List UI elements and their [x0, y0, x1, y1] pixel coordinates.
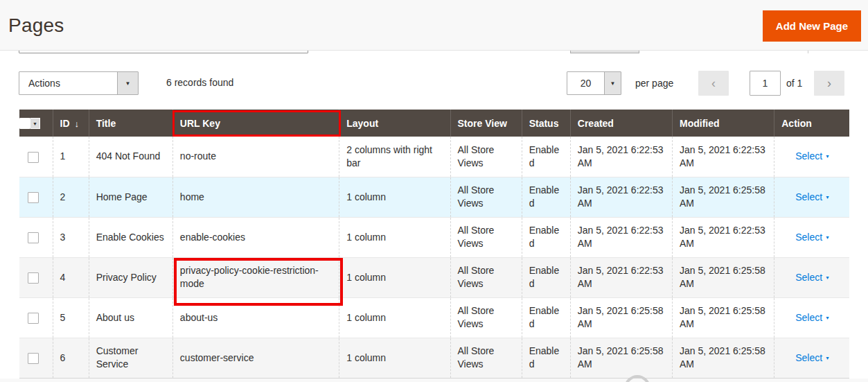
- row-checkbox[interactable]: [28, 152, 39, 163]
- store-view-cell: All Store Views: [450, 338, 522, 378]
- page-title: Pages: [8, 15, 64, 37]
- select-action-link[interactable]: Select▼: [795, 352, 830, 363]
- chevron-down-icon: ▼: [825, 154, 830, 159]
- column-header-layout[interactable]: Layout: [339, 110, 450, 137]
- actions-dropdown[interactable]: Actions ▼: [19, 71, 139, 95]
- status-cell: Enabled: [522, 177, 570, 217]
- id-cell: 4: [53, 257, 89, 297]
- sort-descending-icon: ↓: [75, 119, 80, 129]
- url-key-cell: no-route: [172, 137, 339, 177]
- action-cell: Select▼: [774, 338, 849, 378]
- chevron-down-icon: ▼: [825, 356, 830, 361]
- page-size-value: 20: [567, 72, 604, 94]
- chevron-down-icon: ▼: [825, 275, 830, 280]
- add-new-page-button[interactable]: Add New Page: [763, 10, 861, 42]
- row-checkbox[interactable]: [28, 192, 39, 203]
- row-checkbox[interactable]: [28, 313, 39, 324]
- page-size-caret-box[interactable]: ▼: [604, 72, 621, 94]
- column-header-created[interactable]: Created: [570, 110, 672, 137]
- store-view-cell: All Store Views: [450, 257, 522, 297]
- created-cell: Jan 5, 2021 6:22:53 AM: [570, 217, 672, 257]
- select-action-link[interactable]: Select▼: [795, 232, 830, 243]
- created-cell: Jan 5, 2021 6:22:53 AM: [570, 257, 672, 297]
- modified-cell: Jan 5, 2021 6:25:58 AM: [673, 257, 774, 297]
- status-cell: Enabled: [522, 257, 570, 297]
- id-cell: 1: [53, 137, 89, 177]
- status-cell: Enabled: [522, 297, 570, 338]
- created-cell: Jan 5, 2021 6:25:58 AM: [570, 338, 672, 378]
- status-cell: Enabled: [522, 137, 570, 177]
- title-cell: Customer Service: [89, 338, 172, 378]
- column-header-id[interactable]: ID↓: [53, 110, 89, 137]
- total-pages-label: of 1: [786, 78, 802, 89]
- row-select-cell: [19, 257, 53, 297]
- select-action-link[interactable]: Select▼: [795, 312, 830, 323]
- actions-caret-box[interactable]: ▼: [117, 72, 138, 94]
- id-cell: 6: [53, 338, 89, 378]
- column-header-url-key[interactable]: URL Key: [172, 110, 339, 137]
- page-size-dropdown[interactable]: 20 ▼: [567, 71, 621, 95]
- actions-dropdown-label: Actions: [19, 72, 117, 94]
- chevron-down-icon: ▼: [825, 315, 830, 320]
- title-cell: 404 Not Found: [89, 137, 172, 177]
- select-action-link[interactable]: Select▼: [795, 150, 830, 162]
- modified-cell: Jan 5, 2021 6:22:53 AM: [673, 217, 774, 257]
- layout-cell: 1 column: [339, 217, 450, 257]
- select-action-link[interactable]: Select▼: [795, 191, 830, 202]
- action-cell: Select▼: [774, 137, 849, 177]
- chevron-down-icon: ▼: [825, 195, 830, 200]
- row-checkbox[interactable]: [28, 272, 39, 284]
- id-cell: 3: [53, 217, 89, 257]
- layout-cell: 1 column: [339, 338, 450, 378]
- row-select-cell: [19, 338, 53, 378]
- column-header-title[interactable]: Title: [89, 110, 172, 137]
- row-checkbox[interactable]: [28, 232, 39, 243]
- select-all-dropdown[interactable]: ▼: [30, 118, 40, 129]
- layout-cell: 1 column: [339, 297, 450, 338]
- chevron-down-icon: ▼: [125, 80, 131, 87]
- modified-cell: Jan 5, 2021 6:22:53 AM: [673, 137, 774, 177]
- title-cell: Enable Cookies: [89, 217, 172, 257]
- page-bottom-strip: [0, 379, 868, 382]
- current-page-input[interactable]: [750, 71, 781, 96]
- select-all-header: ▼: [19, 110, 53, 137]
- table-row: 3 Enable Cookies enable-cookies 1 column…: [19, 217, 849, 257]
- column-header-store-view[interactable]: Store View: [450, 110, 522, 137]
- action-cell: Select▼: [774, 177, 849, 217]
- column-header-modified[interactable]: Modified: [673, 110, 774, 137]
- row-select-cell: [19, 297, 53, 338]
- table-row: 2 Home Page home 1 column All Store View…: [19, 177, 849, 217]
- url-key-cell: customer-service: [172, 338, 339, 378]
- store-view-cell: All Store Views: [450, 177, 522, 217]
- table-row: 4 Privacy Policy privacy-policy-cookie-r…: [19, 257, 849, 297]
- select-all-checkbox[interactable]: [19, 118, 30, 129]
- title-cell: Home Page: [89, 177, 172, 217]
- created-cell: Jan 5, 2021 6:22:53 AM: [570, 177, 672, 217]
- pages-grid: ▼ ID↓ Title URL Key Layout Store View St…: [19, 110, 849, 379]
- created-cell: Jan 5, 2021 6:22:53 AM: [570, 137, 672, 177]
- records-found-text: 6 records found: [166, 77, 233, 88]
- column-header-action[interactable]: Action: [774, 110, 849, 137]
- previous-page-button[interactable]: ‹: [698, 71, 729, 96]
- column-header-status[interactable]: Status: [522, 110, 570, 137]
- store-view-cell: All Store Views: [450, 297, 522, 338]
- row-select-cell: [19, 137, 53, 177]
- chevron-down-icon: ▼: [610, 80, 616, 87]
- table-row: 1 404 Not Found no-route 2 columns with …: [19, 137, 849, 177]
- chevron-down-icon: ▼: [33, 121, 37, 126]
- url-key-cell: privacy-policy-cookie-restriction-mode: [172, 257, 339, 297]
- row-select-cell: [19, 177, 53, 217]
- row-checkbox[interactable]: [28, 353, 39, 364]
- action-cell: Select▼: [774, 217, 849, 257]
- modified-cell: Jan 5, 2021 6:25:58 AM: [673, 338, 774, 378]
- id-cell: 5: [53, 297, 89, 338]
- status-cell: Enabled: [522, 217, 570, 257]
- select-action-link[interactable]: Select▼: [795, 272, 830, 283]
- table-row: 5 About us about-us 1 column All Store V…: [19, 297, 849, 338]
- grid-header-row: ▼ ID↓ Title URL Key Layout Store View St…: [19, 110, 849, 137]
- page-header: Pages Add New Page: [0, 0, 868, 51]
- next-page-button[interactable]: ›: [814, 71, 844, 96]
- url-key-cell: home: [172, 177, 339, 217]
- action-cell: Select▼: [774, 297, 849, 338]
- title-cell: Privacy Policy: [89, 257, 172, 297]
